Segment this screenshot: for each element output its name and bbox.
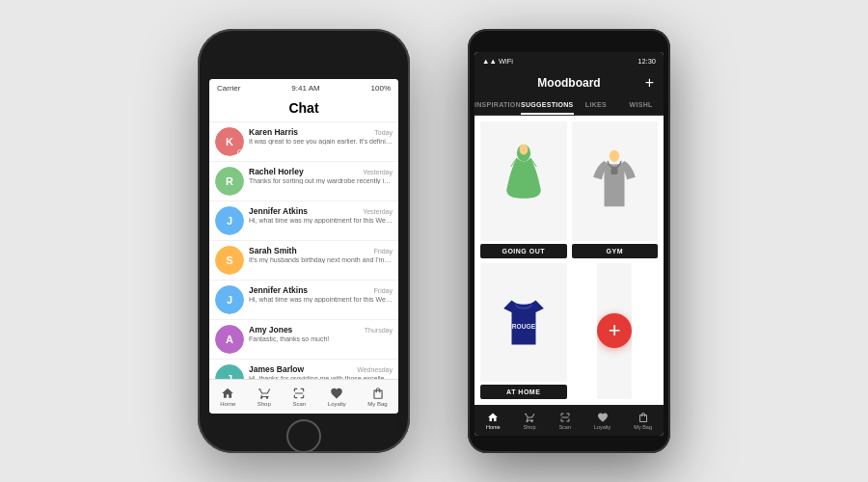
chat-message: It's my husbands birthday next month and… (249, 256, 393, 263)
android-signal: ▲▲ WiFi (482, 57, 513, 66)
chat-name: James Barlow (249, 364, 304, 374)
iphone-nav-shop[interactable]: Shop (258, 387, 271, 407)
grid-row-2: ROUGE AT HOME + (480, 263, 658, 400)
chat-item[interactable]: AAmy JonesThursdayFantastic, thanks so m… (209, 320, 398, 360)
moodboard-header: Moodboard + (475, 69, 664, 96)
chat-message: Fantastic, thanks so much! (249, 335, 393, 342)
battery-label: 100% (371, 84, 391, 93)
tab-suggestions[interactable]: SUGGESTIONS (521, 96, 574, 115)
avatar: K (215, 127, 244, 156)
chat-name: Sarah Smith (249, 246, 297, 255)
gym-label: GYM (572, 244, 659, 258)
chat-name: Rachel Horley (249, 167, 304, 176)
grid-cell-gym[interactable]: GYM (572, 121, 659, 258)
chat-name: Karen Harris (249, 127, 298, 137)
carrier-label: Carrier (217, 84, 240, 93)
tab-inspiration[interactable]: INSPIRATION (475, 96, 521, 115)
chat-time: Yesterday (363, 169, 393, 175)
grid-cell-going-out[interactable]: GOING OUT (480, 121, 567, 258)
chat-name: Jennifer Atkins (249, 285, 308, 295)
avatar: J (215, 206, 244, 235)
svg-text:ROUGE: ROUGE (512, 323, 536, 330)
avatar: S (215, 246, 244, 275)
chat-message: Hi, what time was my appointment for thi… (249, 217, 393, 224)
iphone-time: 9:41 AM (291, 84, 319, 93)
moodboard-content: GOING OUT GYM (475, 116, 664, 405)
android-nav-scan[interactable]: Scan (558, 412, 571, 430)
iphone-status-bar: Carrier 9:41 AM 100% (209, 79, 398, 96)
tshirt-image: ROUGE (480, 263, 567, 383)
svg-point-1 (519, 145, 528, 155)
dress-image (480, 121, 567, 241)
android-device: ▲▲ WiFi 12:30 Moodboard + INSPIRATION SU… (468, 29, 670, 453)
dress-svg (495, 143, 553, 220)
iphone-nav-loyalty[interactable]: Loyalty (328, 387, 346, 407)
tab-likes[interactable]: LIKES (574, 96, 619, 115)
grid-row-1: GOING OUT GYM (480, 121, 658, 258)
moodboard-plus-button[interactable]: + (645, 74, 654, 92)
iphone-bottom-bar: Home Shop Scan Loyalty My Bag (209, 379, 398, 414)
chat-message: Hi, what time was my appointment for thi… (249, 296, 393, 303)
svg-rect-3 (611, 168, 618, 174)
chat-time: Friday (374, 248, 393, 254)
chat-time: Wednesday (357, 366, 393, 373)
iphone-nav-home[interactable]: Home (220, 387, 235, 407)
chat-time: Thursday (365, 327, 393, 334)
chat-item[interactable]: SSarah SmithFridayIt's my husbands birth… (209, 241, 398, 281)
chat-name: Amy Jones (249, 325, 292, 335)
chat-item[interactable]: KKaren HarrisTodayIt was great to see yo… (209, 122, 398, 162)
avatar: J (215, 364, 244, 379)
chat-item[interactable]: JJennifer AtkinsFridayHi, what time was … (209, 281, 398, 320)
chat-name: Jennifer Atkins (249, 206, 308, 216)
hoodie-svg (585, 147, 643, 215)
chat-item[interactable]: JJames BarlowWednesdayHi, thanks for pro… (209, 360, 398, 379)
android-screen: ▲▲ WiFi 12:30 Moodboard + INSPIRATION SU… (475, 52, 664, 436)
chat-time: Yesterday (363, 208, 393, 215)
android-status-bar: ▲▲ WiFi 12:30 (475, 52, 664, 69)
avatar: A (215, 325, 244, 354)
phones-container: Carrier 9:41 AM 100% Chat KKaren HarrisT… (198, 29, 670, 453)
android-nav-shop[interactable]: Shop (524, 412, 536, 430)
android-time: 12:30 (637, 57, 656, 66)
android-nav-home[interactable]: Home (486, 412, 501, 430)
avatar: J (215, 285, 244, 314)
android-nav-bag[interactable]: My Bag (634, 412, 652, 430)
grid-cell-at-home[interactable]: ROUGE AT HOME (480, 263, 567, 400)
at-home-label: AT HOME (480, 385, 567, 399)
chat-list: KKaren HarrisTodayIt was great to see yo… (209, 122, 398, 379)
chat-time: Friday (374, 287, 393, 294)
chat-item[interactable]: JJennifer AtkinsYesterdayHi, what time w… (209, 201, 398, 241)
android-bottom-bar: Home Shop Scan Loyalty My Bag (475, 405, 664, 436)
chat-message: It was great to see you again earlier. I… (249, 138, 393, 145)
moodboard-tabs: INSPIRATION SUGGESTIONS LIKES WISHL (475, 96, 664, 116)
chat-time: Today (374, 129, 393, 136)
grid-cell-add[interactable]: + (572, 263, 659, 400)
svg-point-2 (610, 149, 620, 161)
add-image: + (597, 263, 632, 400)
add-button[interactable]: + (597, 313, 632, 348)
moodboard-title: Moodboard (537, 76, 600, 90)
avatar: R (215, 167, 244, 196)
iphone-nav-bag[interactable]: My Bag (367, 387, 387, 407)
tshirt-svg: ROUGE (500, 291, 548, 354)
iphone-home-button[interactable] (286, 419, 321, 453)
iphone-nav-scan[interactable]: Scan (292, 387, 306, 407)
chat-item[interactable]: RRachel HorleyYesterdayThanks for sortin… (209, 162, 398, 201)
chat-message: Thanks for sorting out my wardrobe recen… (249, 177, 393, 184)
hoodie-image (572, 121, 659, 241)
chat-title: Chat (209, 96, 398, 122)
going-out-label: GOING OUT (480, 244, 567, 258)
iphone-device: Carrier 9:41 AM 100% Chat KKaren HarrisT… (198, 29, 410, 453)
iphone-screen: Carrier 9:41 AM 100% Chat KKaren HarrisT… (209, 79, 398, 414)
android-nav-loyalty[interactable]: Loyalty (594, 412, 610, 430)
tab-wishlist[interactable]: WISHL (618, 96, 664, 115)
